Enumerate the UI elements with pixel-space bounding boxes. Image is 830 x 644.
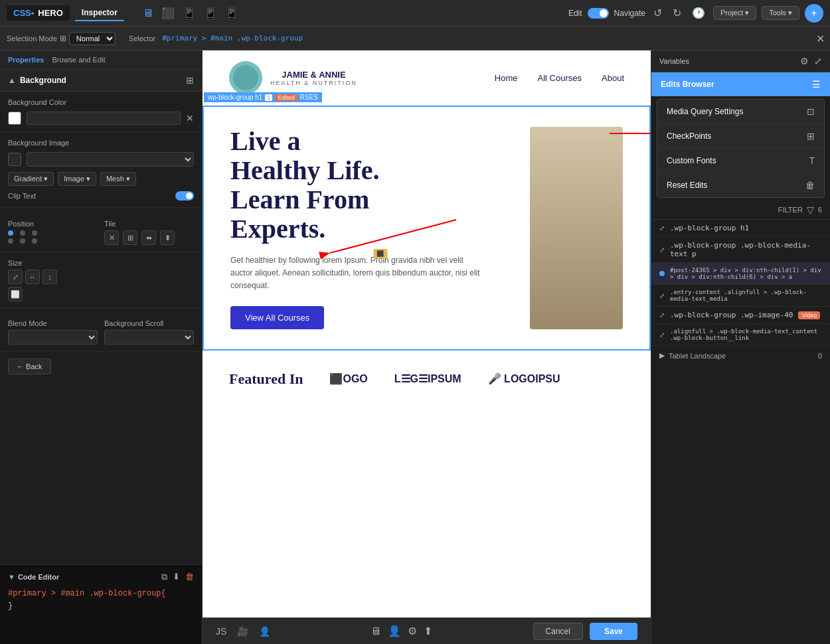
small-mobile-icon[interactable]: 📱 (225, 7, 238, 19)
edit-item-4-header[interactable]: ⤢ .entry-content .alignfull > .wp-block-… (651, 285, 830, 306)
tile-area: Tile ✕ ⊞ ⬌ ⬍ (104, 220, 194, 245)
edit-item-2-header[interactable]: ⤢ .wp-block-group .wp-block-media-text p (651, 237, 830, 262)
edit-item-6[interactable]: ⤢ .alignfull > .wp-block-media-text_cont… (651, 324, 830, 346)
copy-icon[interactable]: ⧉ (161, 572, 167, 582)
video-icon[interactable]: 🎥 (237, 626, 248, 637)
edit-toggle[interactable] (588, 8, 609, 19)
media-query-item[interactable]: Media Query Settings ⊡ (657, 100, 824, 124)
settings-icon[interactable]: ⚙ (800, 56, 809, 66)
size-icon-1[interactable]: ⤢ (8, 270, 23, 284)
custom-fonts-item[interactable]: Custom Fonts T (657, 149, 824, 173)
edit-item-6-header[interactable]: ⤢ .alignfull > .wp-block-media-text_cont… (651, 324, 830, 345)
edit-item-5-header[interactable]: ⤢ .wp-block-group .wp-image-40 Video (651, 307, 830, 323)
checkpoints-item[interactable]: CheckPoints ⊞ (657, 124, 824, 149)
person-icon[interactable]: 👤 (259, 626, 270, 637)
js-icon[interactable]: JS (216, 626, 226, 637)
nav-about[interactable]: About (602, 73, 624, 83)
inspector-tab[interactable]: Inspector (75, 5, 124, 21)
tablet-portrait-icon[interactable]: 📱 (183, 7, 196, 19)
undo-icon[interactable]: ↺ (651, 5, 665, 21)
tools-button[interactable]: Tools ▾ (762, 6, 799, 20)
download-icon[interactable]: ⬇ (173, 572, 180, 582)
code-closing-brace: } (8, 602, 13, 611)
color-swatch[interactable] (8, 112, 21, 125)
dot-mm[interactable] (20, 238, 25, 244)
save-button[interactable]: Save (590, 623, 637, 640)
logo-area[interactable]: CSS• HERO (7, 5, 70, 21)
edit-item-5[interactable]: ⤢ .wp-block-group .wp-image-40 Video (651, 307, 830, 324)
bg-image-swatch[interactable] (8, 153, 21, 166)
mesh-button[interactable]: Mesh ▾ (100, 172, 136, 186)
size-icon-3[interactable]: ↕ (42, 270, 57, 284)
dot-ml[interactable] (8, 238, 13, 244)
panel-top: Properties Browse and Edit ▲ Background … (0, 50, 202, 564)
nav-home[interactable]: Home (495, 73, 518, 83)
edits-browser-item[interactable]: Edits Browser ☰ (651, 72, 830, 96)
close-icon[interactable]: ✕ (816, 33, 825, 45)
hero-cta-button[interactable]: View All Courses (230, 306, 324, 329)
browse-edit-tab[interactable]: Browse and Edit (52, 56, 105, 64)
color-input[interactable] (27, 112, 181, 125)
nav-links: Home All Courses About (495, 73, 624, 83)
bg-scroll-select[interactable] (104, 330, 194, 345)
person2-icon[interactable]: 👤 (388, 625, 401, 637)
reset-edits-label: Reset Edits (667, 181, 707, 190)
image-button[interactable]: Image ▾ (58, 172, 96, 186)
monitor-icon[interactable]: 🖥 (371, 625, 381, 637)
clear-color-icon[interactable]: ✕ (186, 113, 194, 123)
dot-tl[interactable] (8, 230, 13, 236)
tile-x-icon[interactable]: ✕ (104, 230, 119, 245)
size-icon-2[interactable]: ↔ (25, 270, 40, 284)
hero-section-wrapper: wp-block-group h1 1 Edited RSES Live a H… (203, 106, 651, 351)
desktop-icon[interactable]: 🖥 (143, 7, 153, 19)
upload-icon[interactable]: ⬆ (424, 625, 432, 637)
expand-icon-2: ⤢ (659, 246, 665, 254)
blend-scroll-grid: Blend Mode Background Scroll (8, 319, 194, 345)
mobile-icon[interactable]: 📱 (204, 7, 217, 19)
tile-grid-icon[interactable]: ⊞ (123, 230, 137, 245)
add-button[interactable]: + (805, 4, 823, 23)
edit-item-3[interactable]: #post-24365 > div > div:nth-child(1) > d… (651, 263, 830, 285)
gear-icon[interactable]: ⚙ (408, 625, 417, 637)
edit-item-2[interactable]: ⤢ .wp-block-group .wp-block-media-text p (651, 237, 830, 263)
clip-text-toggle[interactable] (175, 191, 194, 201)
dot-tm[interactable] (20, 230, 25, 236)
expand-icon-6: ⤢ (659, 331, 665, 339)
variables-button[interactable]: Variables (659, 57, 689, 65)
nav-courses[interactable]: All Courses (538, 73, 582, 83)
tile-icons: ✕ ⊞ ⬌ ⬍ (104, 230, 194, 245)
tile-row-icon[interactable]: ⬌ (141, 230, 156, 245)
expand-icon[interactable]: ⤢ (814, 56, 822, 66)
background-panel-header[interactable]: ▲ Background ⊞ (0, 70, 202, 92)
blend-mode-select[interactable] (8, 330, 98, 345)
site-logo-text: JAMIE & ANNIE HEALTH & NUTRITION (270, 70, 357, 86)
properties-tab[interactable]: Properties (8, 56, 44, 64)
edit-item-3-header[interactable]: #post-24365 > div > div:nth-child(1) > d… (651, 263, 830, 284)
current-indicator (659, 271, 665, 276)
expand-icon-4: ⤢ (659, 292, 665, 299)
dropdown-area: Edits Browser ☰ ✕ Media Query Settings ⊡… (651, 72, 830, 201)
edit-item-1[interactable]: ⤢ .wp-block-group h1 (651, 220, 830, 237)
hero-heading: Live a Healthy Life. Learn From Experts. (230, 127, 530, 244)
dot-tr[interactable] (32, 230, 37, 236)
tile-label: Tile (104, 220, 194, 228)
filter-icon[interactable]: ▽ (807, 204, 814, 215)
code-actions: ⧉ ⬇ 🗑 (161, 572, 194, 582)
bg-image-select[interactable] (27, 152, 194, 167)
cancel-button[interactable]: Cancel (533, 623, 583, 640)
reset-edits-item[interactable]: Reset Edits 🗑 (657, 173, 824, 197)
center-preview: JAMIE & ANNIE HEALTH & NUTRITION Home Al… (203, 50, 651, 644)
project-button[interactable]: Project ▾ (713, 6, 756, 20)
back-button[interactable]: ← Back (8, 359, 51, 374)
delete-icon[interactable]: 🗑 (185, 572, 194, 582)
redo-icon[interactable]: ↻ (670, 5, 684, 21)
history-icon[interactable]: 🕐 (689, 5, 708, 21)
tile-col-icon[interactable]: ⬍ (160, 230, 175, 245)
size-icon-4[interactable]: ⬜ (8, 287, 23, 301)
gradient-button[interactable]: Gradient ▾ (8, 172, 54, 186)
normal-select[interactable]: Normal (69, 32, 116, 45)
dot-mr[interactable] (32, 238, 37, 244)
edit-item-4[interactable]: ⤢ .entry-content .alignfull > .wp-block-… (651, 285, 830, 307)
edit-item-1-header[interactable]: ⤢ .wp-block-group h1 (651, 220, 830, 236)
tablet-landscape-icon[interactable]: ⬛ (161, 7, 175, 19)
